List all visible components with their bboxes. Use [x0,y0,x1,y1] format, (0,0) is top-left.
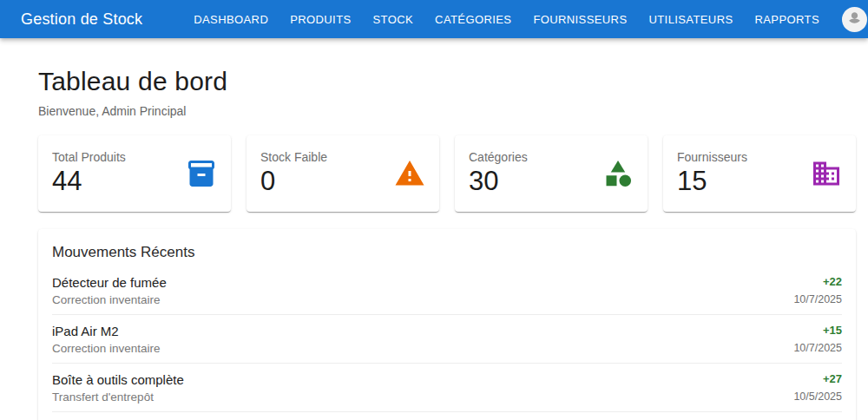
movement-row: Boîte à outils complète Transfert d'entr… [52,364,842,412]
stat-label: Fournisseurs [677,150,747,164]
welcome-text: Bienvenue, Admin Principal [38,104,856,118]
movement-type: Transfert d'entrepôt [52,390,184,404]
stats-row: Total Produits 44 Stock Faible 0 Catégor… [38,135,856,212]
movement-product: Détecteur de fumée [52,275,167,290]
movement-row: Caméra IP WiFi Transfert d'entrepôt +16 … [52,412,842,420]
app-header: Gestion de Stock DASHBOARD PRODUITS STOC… [0,0,868,38]
person-icon [844,7,865,32]
app-brand: Gestion de Stock [21,10,142,29]
stat-label: Total Produits [52,150,126,164]
stat-card-fournisseurs: Fournisseurs 15 [663,135,856,212]
stat-card-stock-faible: Stock Faible 0 [247,135,439,212]
nav-item-rapports[interactable]: RAPPORTS [755,13,819,26]
nav-item-dashboard[interactable]: DASHBOARD [194,13,268,26]
movement-delta: +22 [793,275,842,288]
movement-type: Correction inventaire [52,342,161,355]
stat-value: 0 [260,167,327,196]
main-nav: DASHBOARD PRODUITS STOCK CATÉGORIES FOUR… [194,13,819,26]
warning-triangle-icon [394,158,425,189]
movement-product: Boîte à outils complète [52,372,184,387]
stat-card-categories: Catégories 30 [455,135,648,212]
movement-product: iPad Air M2 [52,324,161,338]
nav-item-utilisateurs[interactable]: UTILISATEURS [648,13,733,26]
category-shapes-icon [602,158,634,189]
stat-value: 15 [677,167,747,196]
nav-item-fournisseurs[interactable]: FOURNISSEURS [533,13,627,26]
nav-item-categories[interactable]: CATÉGORIES [435,13,511,26]
stat-value: 44 [52,167,126,196]
inventory-box-icon [186,158,217,189]
movement-date: 10/7/2025 [793,293,842,305]
movement-delta: +27 [793,372,842,385]
stat-label: Stock Faible [260,150,327,164]
movement-delta: +15 [793,324,842,337]
page-title: Tableau de bord [38,67,856,96]
recent-movements-card: Mouvements Récents Détecteur de fumée Co… [38,229,856,420]
nav-item-stock[interactable]: STOCK [373,13,414,26]
user-avatar-button[interactable] [842,7,867,32]
nav-item-produits[interactable]: PRODUITS [290,13,351,26]
stat-card-total-produits: Total Produits 44 [38,135,231,212]
building-icon [811,158,842,189]
movement-type: Correction inventaire [52,293,167,306]
stat-value: 30 [469,167,528,196]
stat-label: Catégories [469,150,528,164]
movement-row: Détecteur de fumée Correction inventaire… [52,266,842,315]
movement-date: 10/5/2025 [793,390,842,403]
movement-date: 10/7/2025 [793,342,842,354]
dashboard-content: Tableau de bord Bienvenue, Admin Princip… [38,67,856,420]
recent-movements-title: Mouvements Récents [52,244,842,261]
movement-row: iPad Air M2 Correction inventaire +15 10… [52,315,842,364]
